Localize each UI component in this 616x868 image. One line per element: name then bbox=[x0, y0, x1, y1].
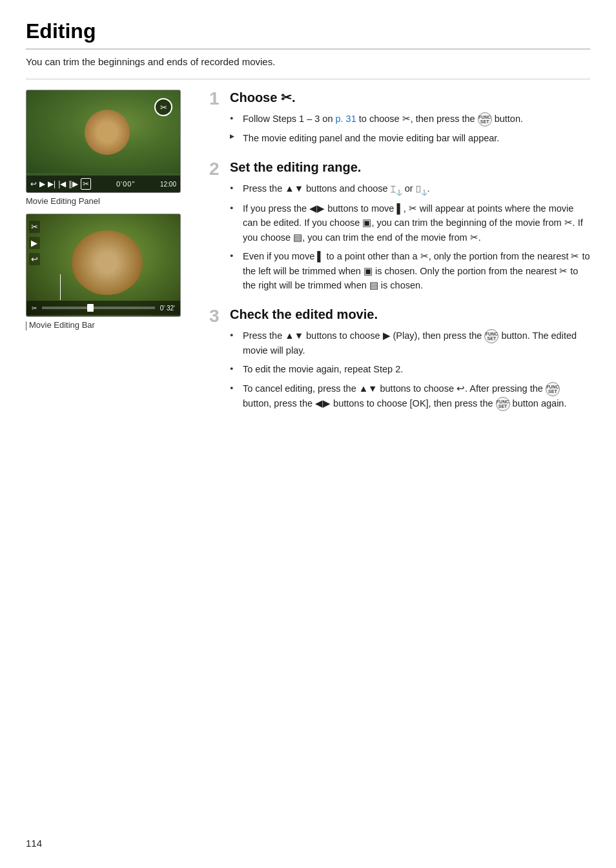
func-set-btn-3: FUNCSET bbox=[546, 382, 560, 396]
panel-icon-rewind: ↩ bbox=[29, 253, 40, 265]
step-2-number: 2 bbox=[209, 160, 220, 178]
step-1-bullet-1: Follow Steps 1 – 3 on p. 31 to choose ✂,… bbox=[230, 112, 590, 126]
timecode2: 0' 32' bbox=[160, 305, 175, 312]
ctrl-skip-back: |◀ bbox=[58, 179, 66, 188]
func-set-btn-2: FUNCSET bbox=[484, 329, 498, 343]
step-1-title: Choose ✂. bbox=[230, 90, 590, 105]
step-2-bullets: Press the ▲▼ buttons and choose ⌶⚓ or ⌷⚓… bbox=[230, 181, 590, 293]
step-2-bullet-3: Even if you move ▌ to a point other than… bbox=[230, 249, 590, 292]
link-p31[interactable]: p. 31 bbox=[335, 114, 356, 124]
timecode1b: 12:00 bbox=[160, 181, 176, 188]
step-2-title: Set the editing range. bbox=[230, 160, 590, 175]
step-3-block: 3 Check the edited movie. Press the ▲▼ b… bbox=[225, 307, 590, 411]
func-set-btn-4: FUNCSET bbox=[496, 397, 510, 411]
step-1-number: 1 bbox=[209, 90, 220, 108]
page-number: 114 bbox=[26, 838, 42, 849]
ctrl-rewind: ↩ bbox=[30, 179, 37, 188]
step-3-number: 3 bbox=[209, 307, 220, 325]
panel-icon-scissors: ✂ bbox=[29, 221, 40, 233]
editing-bar-track bbox=[42, 307, 155, 309]
image1-caption: Movie Editing Panel bbox=[26, 196, 194, 206]
panel-icons: ✂ ▶ ↩ bbox=[29, 221, 40, 265]
scissors-selected-icon: ✂ bbox=[154, 98, 172, 116]
step-3-bullet-3: To cancel editing, press the ▲▼ buttons … bbox=[230, 381, 590, 411]
editing-bar: ✂ 0' 32' bbox=[26, 301, 180, 315]
divider bbox=[26, 79, 590, 79]
subtitle: You can trim the beginnings and ends of … bbox=[26, 56, 590, 67]
step-1-bullet-2: The movie editing panel and the movie ed… bbox=[230, 131, 590, 145]
left-column: ✂ ↩ ▶ ▶| |◀ ‖▶ ✂ 0'00" 12:00 Movie Editi… bbox=[26, 90, 194, 425]
step-1-bullets: Follow Steps 1 – 3 on p. 31 to choose ✂,… bbox=[230, 112, 590, 146]
step-3-bullet-2: To edit the movie again, repeat Step 2. bbox=[230, 362, 590, 376]
page-title: Editing bbox=[26, 19, 590, 50]
ctrl-forward: ▶| bbox=[48, 179, 56, 188]
right-column: 1 Choose ✂. Follow Steps 1 – 3 on p. 31 … bbox=[205, 90, 590, 425]
bar-scissors-left: ✂ bbox=[32, 305, 37, 312]
editing-bar-thumb bbox=[87, 304, 94, 312]
step-2-bullet-2: If you press the ◀▶ buttons to move ▌, ✂… bbox=[230, 201, 590, 245]
step-1-block: 1 Choose ✂. Follow Steps 1 – 3 on p. 31 … bbox=[225, 90, 590, 146]
step-2-bullet-1: Press the ▲▼ buttons and choose ⌶⚓ or ⌷⚓… bbox=[230, 181, 590, 197]
movie-editing-panel-image: ✂ ↩ ▶ ▶| |◀ ‖▶ ✂ 0'00" 12:00 bbox=[26, 90, 181, 193]
ctrl-step: ‖▶ bbox=[68, 179, 78, 188]
image2-caption-container: Movie Editing Bar bbox=[26, 320, 194, 330]
step-3-bullets: Press the ▲▼ buttons to choose ▶ (Play),… bbox=[230, 328, 590, 411]
movie-editing-bar-image: ✂ ▶ ↩ ✂ 0' 32' bbox=[26, 214, 181, 317]
func-set-btn-1: FUNCSET bbox=[478, 112, 492, 126]
image2-caption: Movie Editing Bar bbox=[29, 320, 95, 330]
panel-icon-play: ▶ bbox=[29, 237, 40, 249]
ctrl-scissors-active: ✂ bbox=[81, 178, 91, 190]
ctrl-play: ▶ bbox=[39, 179, 45, 188]
timecode1: 0'00" bbox=[116, 180, 135, 188]
step-2-block: 2 Set the editing range. Press the ▲▼ bu… bbox=[225, 160, 590, 293]
step-3-bullet-1: Press the ▲▼ buttons to choose ▶ (Play),… bbox=[230, 328, 590, 358]
step-3-title: Check the edited movie. bbox=[230, 307, 590, 322]
